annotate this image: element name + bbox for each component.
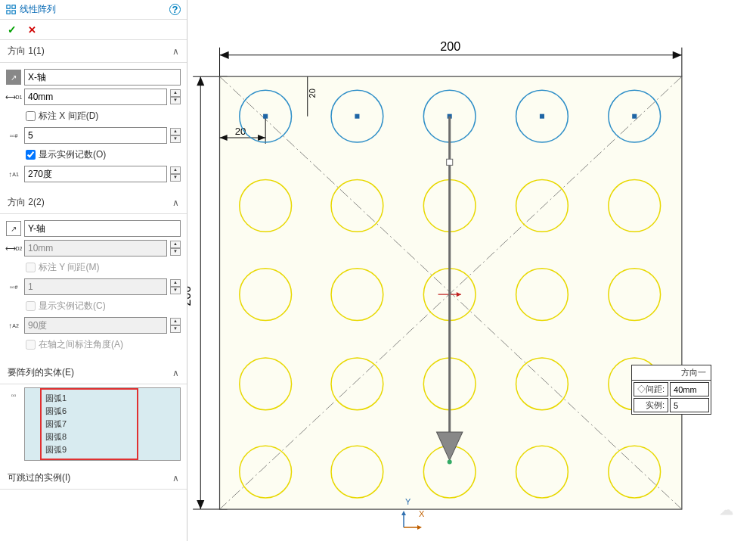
entities-list[interactable]: 圆弧1 圆弧6 圆弧7 圆弧8 圆弧9	[40, 388, 138, 460]
entities-body: ▫▫ 圆弧1 圆弧6 圆弧7 圆弧8 圆弧9	[0, 384, 187, 467]
chevron-up-icon[interactable]: ∧	[172, 473, 179, 483]
show-count2-label: 显示实例记数(C)	[39, 300, 106, 312]
sections-scroll[interactable]: 方向 1(1) ∧ ↗ ⟷D1 ▲▼ 标注 X 间距(D) ▫▫# ▲▼	[0, 40, 187, 541]
chevron-up-icon[interactable]: ∧	[172, 46, 179, 57]
direction1-axis-input[interactable]	[24, 69, 181, 86]
dim-x-spacing-label: 标注 X 间距(D)	[39, 110, 98, 123]
spacing1-icon: ⟷D1	[6, 89, 21, 104]
count2-spinner[interactable]: ▲▼	[170, 279, 181, 294]
show-count1-label: 显示实例记数(O)	[39, 148, 106, 161]
direction2-count-input	[24, 278, 167, 295]
svg-marker-11	[197, 500, 204, 509]
skip-instances-header[interactable]: 可跳过的实例(I) ∧	[0, 467, 187, 490]
tooltip-title: 方向一	[632, 365, 711, 381]
dim-v-label: 200	[187, 286, 193, 306]
cancel-button[interactable]: ✕	[28, 24, 36, 36]
tooltip-instances-label: 实例:	[646, 400, 665, 409]
count2-icon: ▫▫#	[6, 279, 21, 294]
svg-rect-1	[12, 5, 15, 8]
dim-x-spacing-checkbox[interactable]	[26, 111, 36, 121]
action-row: ✓ ✕	[0, 20, 187, 40]
dim-angle-between-label: 在轴之间标注角度(A)	[39, 338, 123, 351]
direction2-angle-input	[24, 317, 167, 334]
svg-marker-6	[673, 51, 682, 59]
entities-icon: ▫▫	[6, 387, 21, 403]
svg-rect-25	[632, 114, 637, 119]
skip-title: 可跳过的实例(I)	[8, 471, 70, 484]
feature-title: 线性阵列	[20, 3, 169, 16]
chevron-up-icon[interactable]: ∧	[172, 197, 179, 208]
angle1-spinner[interactable]: ▲▼	[170, 166, 181, 182]
reverse-direction1-icon[interactable]: ↗	[6, 70, 21, 85]
confirm-button[interactable]: ✓	[8, 23, 17, 36]
panel-header: 线性阵列 ?	[0, 0, 187, 20]
arrow-endpoint[interactable]	[448, 459, 452, 464]
property-panel: 线性阵列 ? ✓ ✕ 方向 1(1) ∧ ↗ ⟷D1 ▲▼ 标注 X 间距(D)	[0, 0, 187, 541]
direction2-axis-input[interactable]	[24, 220, 181, 237]
list-item[interactable]: 圆弧9	[45, 443, 133, 456]
svg-marker-5	[220, 51, 229, 59]
svg-rect-24	[540, 114, 544, 119]
spacing2-spinner[interactable]: ▲▼	[170, 241, 181, 256]
origin-triad: Y X	[402, 512, 425, 532]
count1-spinner[interactable]: ▲▼	[170, 128, 181, 143]
dim-h-label: 200	[440, 39, 460, 53]
show-count1-checkbox[interactable]	[26, 150, 36, 160]
tooltip-spacing-label: 间距:	[646, 384, 665, 393]
direction1-count-input[interactable]	[24, 127, 167, 144]
direction-tooltip[interactable]: 方向一 ◇间距: 实例:	[631, 365, 711, 415]
reverse-direction2-icon[interactable]: ↗	[6, 221, 21, 236]
svg-marker-53	[417, 525, 422, 530]
count1-icon: ▫▫#	[6, 128, 21, 143]
sketch-canvas[interactable]: 200 200 20 20	[187, 0, 756, 541]
svg-rect-49	[447, 159, 453, 165]
tooltip-spacing-input[interactable]	[674, 385, 705, 394]
help-icon[interactable]: ?	[169, 4, 181, 15]
direction2-header[interactable]: 方向 2(2) ∧	[0, 191, 187, 214]
direction1-header[interactable]: 方向 1(1) ∧	[0, 40, 187, 63]
svg-rect-22	[355, 114, 359, 119]
chevron-up-icon[interactable]: ∧	[172, 368, 179, 378]
spacing1-spinner[interactable]: ▲▼	[170, 89, 181, 104]
tooltip-instances-input[interactable]	[674, 401, 705, 410]
svg-rect-3	[12, 10, 15, 13]
spacing2-icon: ⟷D2	[6, 241, 21, 256]
angle2-icon: ↑A2	[6, 318, 21, 333]
direction1-title: 方向 1(1)	[8, 45, 45, 58]
svg-rect-2	[7, 10, 10, 13]
entities-header[interactable]: 要阵列的实体(E) ∧	[0, 362, 187, 384]
linear-pattern-icon	[6, 5, 17, 15]
dim-angle-between-checkbox	[26, 340, 36, 350]
direction1-body: ↗ ⟷D1 ▲▼ 标注 X 间距(D) ▫▫# ▲▼ 显示实例记数(O)	[0, 63, 187, 191]
list-item[interactable]: 圆弧8	[45, 431, 133, 443]
svg-marker-10	[197, 76, 204, 86]
list-item[interactable]: 圆弧1	[45, 392, 133, 405]
entities-title: 要阵列的实体(E)	[8, 366, 74, 379]
direction1-angle-input[interactable]	[24, 166, 167, 182]
list-item[interactable]: 圆弧7	[45, 418, 133, 431]
direction2-body: ↗ ⟷D2 ▲▼ 标注 Y 间距(M) ▫▫# ▲▼ 显示实例记数(C)	[0, 214, 187, 362]
dim-y-spacing-checkbox	[26, 263, 36, 272]
angle1-icon: ↑A1	[6, 166, 21, 182]
svg-rect-0	[7, 5, 10, 8]
entities-selection-box[interactable]: 圆弧1 圆弧6 圆弧7 圆弧8 圆弧9	[24, 387, 181, 461]
dim-y-spacing-label: 标注 Y 间距(M)	[39, 261, 99, 274]
direction1-spacing-input[interactable]	[24, 89, 167, 105]
angle2-spinner[interactable]: ▲▼	[170, 318, 181, 333]
svg-rect-21	[263, 114, 268, 119]
direction2-spacing-input	[24, 240, 167, 257]
graphics-area[interactable]: 200 200 20 20	[187, 0, 756, 541]
dim-offset-v: 20	[308, 89, 317, 98]
direction2-title: 方向 2(2)	[8, 196, 45, 209]
list-item[interactable]: 圆弧6	[45, 405, 133, 418]
show-count2-checkbox	[26, 301, 36, 311]
